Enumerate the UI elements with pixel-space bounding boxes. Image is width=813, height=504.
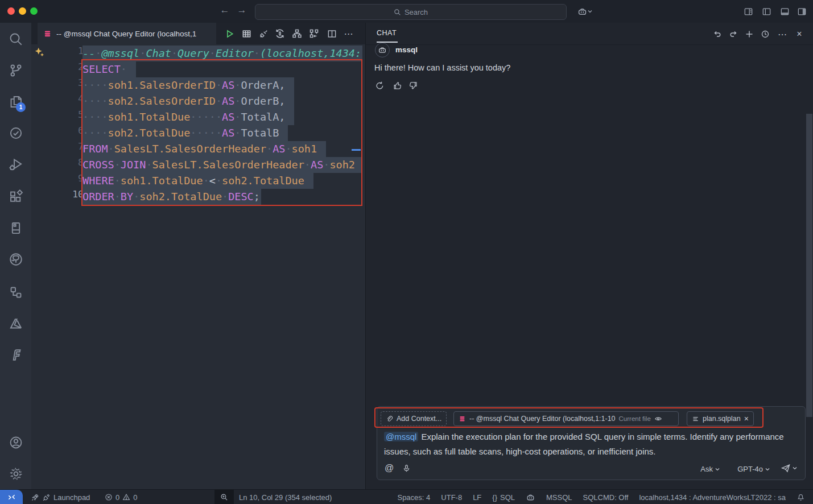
results-grid-button[interactable] xyxy=(240,27,253,40)
mssql-status[interactable]: MSSQL xyxy=(546,490,572,504)
chat-header: CHAT ⋯ × xyxy=(366,23,813,45)
thumbs-up-button[interactable] xyxy=(391,80,403,91)
chevron-down-icon xyxy=(588,10,592,13)
chat-input-text[interactable]: @mssqlExplain the execution plan for the… xyxy=(384,429,796,459)
problems-indicator[interactable]: 0 0 xyxy=(105,490,137,504)
code-line[interactable]: ····soh1.TotalDue·····AS·TotalA, xyxy=(82,109,285,125)
chat-input-box[interactable]: Add Context... -- @mssql Chat Query Edit… xyxy=(377,406,806,480)
traffic-light-minimize[interactable] xyxy=(19,7,26,15)
cursor-position[interactable]: Ln 10, Col 29 (354 selected) xyxy=(239,490,332,504)
chat-tab[interactable]: CHAT xyxy=(377,29,397,37)
sidebar-item-source-control[interactable] xyxy=(9,63,23,78)
chat-redo-button[interactable] xyxy=(728,28,739,40)
run-query-button[interactable] xyxy=(223,27,236,40)
connection-status[interactable]: localhost,1434 : AdventureWorksLT2022 : … xyxy=(639,490,786,504)
code-line[interactable]: --·@mssql·Chat·Query·Editor·(localhost,1… xyxy=(82,46,361,61)
send-button[interactable] xyxy=(781,463,797,473)
toggle-primary-sidebar-button[interactable] xyxy=(761,6,772,16)
launchpad-button[interactable]: Launchpad xyxy=(31,490,90,504)
sidebar-item-testing[interactable] xyxy=(9,126,23,141)
sidebar-item-run-debug[interactable] xyxy=(9,157,23,172)
model-dropdown[interactable]: GPT-4o xyxy=(737,465,770,473)
estimated-plan-button[interactable] xyxy=(291,27,303,40)
actual-plan-button[interactable] xyxy=(308,27,320,40)
split-editor-button[interactable] xyxy=(325,27,338,40)
code-line[interactable]: CROSS·JOIN·SalesLT.SalesOrderHeader·AS·s… xyxy=(82,157,355,173)
eol-indicator[interactable]: LF xyxy=(473,490,481,504)
context-chip-current-file[interactable]: -- @mssql Chat Query Editor (localhost,1… xyxy=(453,411,679,426)
code-line[interactable]: ····soh2.SalesOrderID·AS·OrderB, xyxy=(82,93,285,109)
mention-chip: @mssql xyxy=(384,432,418,441)
context-chip-plan-file[interactable]: plan.sqlplan × xyxy=(687,411,754,426)
language-indicator[interactable]: {}SQL xyxy=(492,490,515,504)
sidebar-item-search[interactable] xyxy=(9,32,23,47)
customize-layout-button[interactable] xyxy=(742,6,754,16)
remove-context-icon[interactable]: × xyxy=(744,415,749,423)
search-placeholder: Search xyxy=(405,8,428,16)
nav-back-button[interactable]: ← xyxy=(218,5,231,16)
sidebar-item-github[interactable] xyxy=(9,252,23,267)
voice-input-button[interactable] xyxy=(400,462,412,474)
new-chat-button[interactable] xyxy=(744,28,755,40)
play-icon xyxy=(225,29,234,39)
copilot-sparkle-icon[interactable] xyxy=(34,47,45,57)
traffic-light-close[interactable] xyxy=(7,7,15,15)
editor-more-actions-button[interactable]: ⋯ xyxy=(342,27,355,40)
regenerate-button[interactable] xyxy=(374,80,385,91)
chat-history-button[interactable] xyxy=(760,28,771,40)
chat-scrollbar[interactable] xyxy=(806,114,812,417)
code-line[interactable]: ····soh2.TotalDue·····AS·TotalB xyxy=(82,125,279,141)
copilot-menu-button[interactable] xyxy=(575,6,594,16)
code-line[interactable]: ORDER·BY·soh2.TotalDue·DESC; xyxy=(82,189,260,205)
editor-tab[interactable]: -- @mssql Chat Query Editor (localhost,1 xyxy=(38,23,216,44)
sidebar-item-connections[interactable] xyxy=(9,285,23,300)
add-context-button[interactable]: Add Context... xyxy=(381,411,447,426)
chat-close-button[interactable]: × xyxy=(794,28,805,40)
chat-more-actions-button[interactable]: ⋯ xyxy=(777,28,788,40)
assistant-message: Hi there! How can I assist you today? xyxy=(374,63,510,72)
disconnect-button[interactable] xyxy=(257,27,270,40)
sidebar-item-extensions[interactable] xyxy=(9,189,23,204)
nav-forward-button[interactable]: → xyxy=(236,5,248,16)
activity-bar: 1 xyxy=(0,23,31,489)
toggle-panel-button[interactable] xyxy=(779,6,790,16)
sidebar-item-azure[interactable] xyxy=(9,316,23,331)
list-icon xyxy=(692,415,699,423)
gear-icon xyxy=(9,466,23,481)
notifications-button[interactable] xyxy=(797,490,805,504)
copilot-status-button[interactable] xyxy=(526,490,535,504)
indentation-indicator[interactable]: Spaces: 4 xyxy=(397,490,430,504)
error-count: 0 xyxy=(115,493,119,502)
context-file-badge: Current file xyxy=(619,415,651,422)
eye-icon[interactable] xyxy=(654,415,662,423)
chat-mode-dropdown[interactable]: Ask xyxy=(700,465,720,473)
change-connection-button[interactable] xyxy=(274,27,286,40)
code-line[interactable]: FROM·SalesLT.SalesOrderHeader·AS·soh1 xyxy=(82,141,317,157)
mention-button[interactable]: @ xyxy=(383,462,395,474)
regenerate-icon xyxy=(375,81,385,90)
thumbs-down-button[interactable] xyxy=(407,80,419,91)
encoding-indicator[interactable]: UTF-8 xyxy=(441,490,462,504)
code-line[interactable]: WHERE·soh1.TotalDue·<·soh2.TotalDue xyxy=(82,173,304,189)
settings-button[interactable] xyxy=(9,466,23,481)
code-line[interactable]: SELECT· xyxy=(82,61,127,77)
zoom-indicator[interactable] xyxy=(214,490,234,504)
remote-indicator[interactable] xyxy=(0,490,23,504)
query-plan-arrow-icon xyxy=(309,28,319,39)
sidebar-item-database-projects[interactable] xyxy=(9,221,23,236)
sqlcmd-status[interactable]: SQLCMD: Off xyxy=(583,490,629,504)
assistant-avatar xyxy=(375,43,390,57)
code-editor[interactable]: 12345678910 --·@mssql·Chat·Query·Editor·… xyxy=(31,44,365,489)
search-input[interactable]: Search xyxy=(255,4,567,20)
chat-undo-button[interactable] xyxy=(712,28,723,40)
query-plan-icon xyxy=(292,28,302,39)
account-button[interactable] xyxy=(9,435,23,450)
plan-file-label: plan.sqlplan xyxy=(703,415,741,423)
toggle-secondary-sidebar-button[interactable] xyxy=(796,6,807,16)
traffic-light-zoom[interactable] xyxy=(30,7,38,15)
history-icon xyxy=(761,30,770,39)
azure-icon xyxy=(9,316,23,331)
code-line[interactable]: ····soh1.SalesOrderID·AS·OrderA, xyxy=(82,77,285,93)
sidebar-item-fabric[interactable] xyxy=(9,348,23,362)
editor-code-area[interactable]: --·@mssql·Chat·Query·Editor·(localhost,1… xyxy=(82,44,362,489)
